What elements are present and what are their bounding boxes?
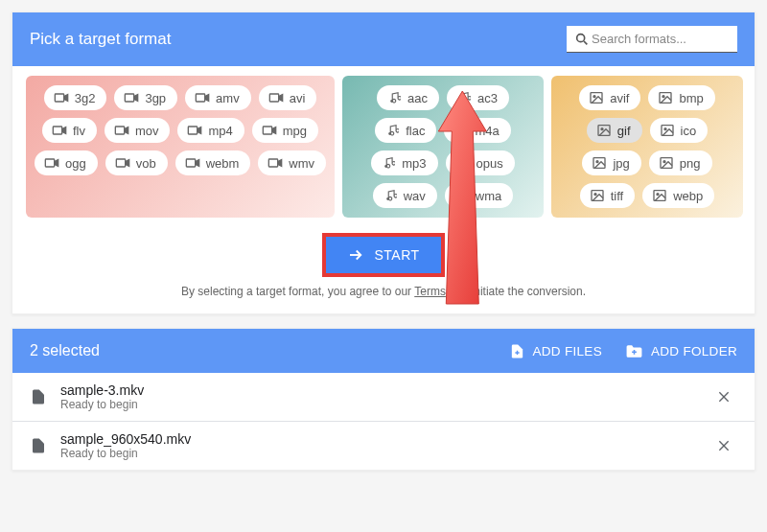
video-icon bbox=[268, 90, 284, 105]
svg-marker-9 bbox=[278, 95, 282, 102]
format-chip-m4a[interactable]: m4a bbox=[444, 118, 510, 143]
video-icon bbox=[52, 123, 67, 138]
video-icon bbox=[114, 123, 129, 138]
start-row: START bbox=[12, 227, 755, 285]
svg-point-43 bbox=[596, 161, 598, 163]
svg-point-37 bbox=[662, 96, 664, 98]
format-chip-flac[interactable]: flac bbox=[375, 118, 436, 143]
svg-rect-20 bbox=[116, 159, 125, 167]
svg-line-1 bbox=[584, 41, 587, 44]
format-chip-tiff[interactable]: tiff bbox=[580, 183, 636, 208]
svg-point-45 bbox=[663, 161, 665, 163]
video-icon bbox=[124, 90, 139, 105]
format-chip-ico[interactable]: ico bbox=[650, 118, 709, 143]
video-icon bbox=[115, 155, 130, 171]
search-formats-input[interactable] bbox=[567, 26, 737, 53]
format-label: vob bbox=[136, 156, 156, 171]
svg-marker-23 bbox=[195, 160, 198, 167]
format-chip-webm[interactable]: webm bbox=[175, 150, 251, 175]
selected-files-card: 2 selected ADD FILES ADD FOLDER sample-3… bbox=[12, 328, 755, 471]
music-note-icon bbox=[456, 90, 472, 105]
format-label: bmp bbox=[679, 91, 703, 105]
format-chip-bmp[interactable]: bmp bbox=[648, 85, 714, 110]
file-name: sample-3.mkv bbox=[60, 382, 710, 398]
svg-marker-7 bbox=[205, 95, 209, 102]
search-field[interactable] bbox=[590, 28, 730, 50]
audio-panel: aacac3flacm4amp3opuswavwma bbox=[342, 76, 544, 218]
file-info: sample-3.mkvReady to begin bbox=[60, 382, 710, 411]
format-chip-vob[interactable]: vob bbox=[105, 150, 168, 175]
format-chip-mov[interactable]: mov bbox=[105, 118, 171, 143]
svg-point-26 bbox=[390, 100, 393, 103]
image-icon bbox=[658, 90, 673, 105]
format-label: flv bbox=[73, 124, 85, 138]
format-chip-3gp[interactable]: 3gp bbox=[114, 85, 177, 110]
header-title: Pick a target format bbox=[30, 30, 171, 49]
svg-point-33 bbox=[458, 197, 461, 200]
svg-point-39 bbox=[601, 128, 603, 130]
format-chip-avif[interactable]: avif bbox=[579, 85, 640, 110]
music-note-icon bbox=[383, 188, 398, 203]
format-label: mp4 bbox=[208, 124, 232, 138]
format-label: wmv bbox=[289, 156, 314, 171]
add-folder-button[interactable]: ADD FOLDER bbox=[625, 343, 737, 359]
format-label: webm bbox=[206, 156, 240, 171]
format-chip-mp4[interactable]: mp4 bbox=[177, 118, 244, 143]
image-icon bbox=[592, 155, 607, 171]
image-panel: avifbmpgificojpgpngtiffwebp bbox=[551, 76, 743, 218]
format-picker-card: Pick a target format 3g23gpamvaviflvmovm… bbox=[12, 12, 755, 314]
format-chip-ogg[interactable]: ogg bbox=[35, 150, 98, 175]
image-icon bbox=[590, 188, 605, 203]
format-chip-3g2[interactable]: 3g2 bbox=[44, 85, 107, 110]
format-chip-wmv[interactable]: wmv bbox=[258, 150, 326, 175]
format-chip-jpg[interactable]: jpg bbox=[582, 150, 640, 175]
format-chip-aac[interactable]: aac bbox=[377, 85, 439, 110]
format-label: avi bbox=[290, 91, 306, 105]
svg-rect-18 bbox=[45, 159, 54, 167]
svg-rect-24 bbox=[269, 159, 278, 167]
image-icon bbox=[596, 123, 612, 138]
file-icon bbox=[30, 388, 47, 405]
video-icon bbox=[267, 155, 283, 171]
svg-rect-14 bbox=[189, 127, 198, 134]
format-chip-avi[interactable]: avi bbox=[259, 85, 317, 110]
format-chip-mp3[interactable]: mp3 bbox=[371, 150, 437, 175]
music-note-icon bbox=[454, 188, 470, 203]
format-chip-webp[interactable]: webp bbox=[642, 183, 714, 208]
svg-point-49 bbox=[657, 194, 659, 196]
svg-rect-2 bbox=[55, 94, 63, 102]
video-icon bbox=[262, 123, 277, 138]
svg-point-27 bbox=[460, 100, 463, 103]
svg-marker-25 bbox=[278, 160, 282, 167]
svg-point-31 bbox=[459, 165, 462, 168]
start-button[interactable]: START bbox=[322, 233, 444, 277]
svg-rect-12 bbox=[115, 127, 124, 134]
format-chip-ac3[interactable]: ac3 bbox=[447, 85, 509, 110]
format-label: aac bbox=[407, 91, 428, 105]
music-note-icon bbox=[455, 155, 471, 171]
format-label: flac bbox=[406, 124, 425, 138]
format-label: avif bbox=[610, 91, 629, 105]
file-row: sample-3.mkvReady to begin bbox=[12, 373, 755, 422]
file-status: Ready to begin bbox=[60, 447, 710, 460]
format-chip-mpg[interactable]: mpg bbox=[252, 118, 318, 143]
format-header: Pick a target format bbox=[12, 12, 755, 66]
add-files-button[interactable]: ADD FILES bbox=[509, 343, 602, 359]
svg-marker-21 bbox=[125, 160, 128, 167]
format-chip-png[interactable]: png bbox=[649, 150, 712, 175]
format-label: ogg bbox=[65, 156, 86, 171]
format-label: tiff bbox=[611, 189, 624, 203]
format-chip-gif[interactable]: gif bbox=[587, 118, 642, 143]
format-chip-flv[interactable]: flv bbox=[42, 118, 97, 143]
format-chip-amv[interactable]: amv bbox=[185, 85, 251, 110]
add-folder-icon bbox=[625, 343, 643, 359]
format-chip-wma[interactable]: wma bbox=[445, 183, 513, 208]
format-chip-wav[interactable]: wav bbox=[373, 183, 437, 208]
format-chip-opus[interactable]: opus bbox=[446, 150, 515, 175]
file-info: sample_960x540.mkvReady to begin bbox=[60, 431, 710, 460]
remove-file-button[interactable] bbox=[710, 383, 737, 410]
remove-file-button[interactable] bbox=[710, 432, 737, 459]
terms-link[interactable]: Terms bbox=[414, 285, 446, 298]
file-icon bbox=[30, 437, 47, 454]
start-label: START bbox=[374, 247, 419, 263]
